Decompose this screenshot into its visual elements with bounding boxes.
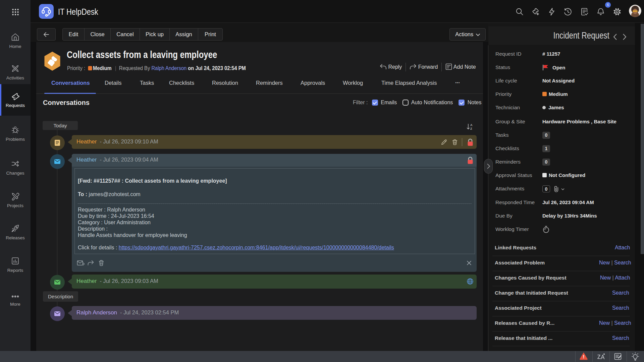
svg-text:!: ! xyxy=(583,354,585,359)
svg-text:Z: Z xyxy=(470,127,472,130)
svg-text:A: A xyxy=(470,123,473,127)
